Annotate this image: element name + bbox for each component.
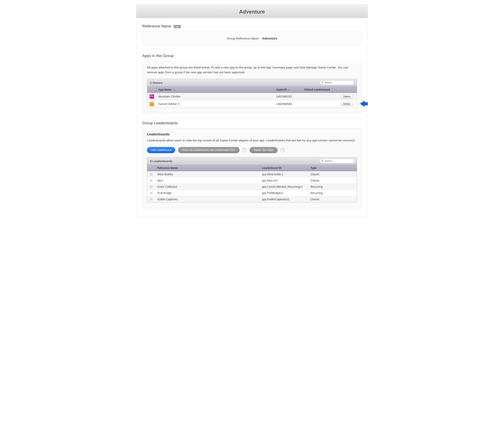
sort-next-icon: ▶ bbox=[289, 89, 290, 91]
page-title: Adventure bbox=[136, 9, 368, 15]
leaderboards-search[interactable] bbox=[320, 159, 354, 163]
apps-col-actions bbox=[337, 86, 357, 93]
search-icon bbox=[321, 160, 324, 162]
apps-tbody: Mountain Climber 1462966152 Delete Sunse… bbox=[147, 93, 357, 108]
reference-name-header: Reference Name edit bbox=[142, 24, 362, 28]
app-name[interactable]: Mountain Climber bbox=[156, 93, 274, 100]
app-icon bbox=[150, 94, 154, 99]
window: Adventure Reference Name edit Group Refe… bbox=[136, 4, 368, 217]
lb-id: grp.Nice123 bbox=[260, 177, 308, 184]
apps-table-titlebar: 2 Games bbox=[147, 79, 357, 86]
drag-handle-icon[interactable] bbox=[150, 179, 153, 182]
table-row: Mountain Climber 1462966152 Delete bbox=[147, 93, 357, 100]
lb-id: grp.CoinsCollected_Recurring11 bbox=[260, 184, 308, 190]
apps-col-appleid[interactable]: Apple ID ▶ bbox=[274, 86, 302, 93]
search-icon bbox=[321, 81, 324, 84]
drag-handle-icon[interactable] bbox=[150, 198, 153, 200]
table-row: Troll Bridge grp.TrollBridge11 Recurring bbox=[147, 190, 357, 196]
lb-ref[interactable]: Goblin Captures bbox=[155, 196, 260, 202]
help-icon[interactable]: ? bbox=[280, 148, 285, 152]
drag-handle-icon[interactable] bbox=[150, 192, 153, 194]
leaderboards-subheading: Leaderboards bbox=[147, 132, 357, 137]
leaderboards-table: 5 Leaderboards Reference Name Leaderboar… bbox=[147, 157, 357, 203]
reference-name-label: Reference Name bbox=[142, 24, 171, 28]
apps-table-columns: App Name ▲ Apple ID ▶ Default Leaderboar… bbox=[147, 86, 357, 93]
apps-col-appleid-label: Apple ID bbox=[276, 88, 287, 91]
apps-table: 2 Games App Name ▲ Apple ID ▶ bbox=[147, 79, 357, 108]
lb-ref[interactable]: Troll Bridge bbox=[155, 190, 260, 196]
apps-help-text: All apps attached to this group are list… bbox=[147, 65, 357, 75]
lb-type: Classic bbox=[308, 171, 333, 177]
leaderboards-table-titlebar: 5 Leaderboards bbox=[147, 157, 357, 165]
table-row: Sunset Seeker 2 1462966568 Delete bbox=[147, 100, 357, 108]
table-row: Coins Collected grp.CoinsCollected_Recur… bbox=[147, 184, 357, 190]
lb-col-drag bbox=[147, 165, 155, 171]
apps-col-icon bbox=[147, 86, 156, 93]
add-leaderboard-button[interactable]: Add Leaderboard bbox=[147, 147, 175, 153]
app-appleid: 1462966568 bbox=[274, 100, 302, 108]
lb-col-ref[interactable]: Reference Name bbox=[155, 165, 260, 171]
app-appleid: 1462966152 bbox=[274, 93, 302, 100]
lb-col-id-label: Leaderboard ID bbox=[262, 166, 281, 170]
lb-col-end bbox=[333, 165, 357, 171]
lb-col-ref-label: Reference Name bbox=[157, 166, 178, 170]
apps-panel: All apps attached to this group are list… bbox=[142, 61, 362, 114]
lb-id: grp.GoblinCaptures21 bbox=[260, 196, 308, 202]
apps-search-input[interactable] bbox=[325, 81, 352, 84]
apps-col-name[interactable]: App Name ▲ bbox=[156, 86, 274, 93]
apps-count-label: 2 Games bbox=[150, 81, 163, 85]
lb-id: grp.TrollBridge11 bbox=[260, 190, 308, 196]
leaderboards-count-label: 5 Leaderboards bbox=[150, 159, 173, 163]
leaderboards-heading: Group Leaderboards bbox=[142, 121, 362, 125]
lb-col-type-label: Type bbox=[310, 166, 316, 170]
lb-type: Classic bbox=[308, 177, 333, 184]
app-default-lb bbox=[302, 93, 337, 100]
app-default-lb bbox=[302, 100, 337, 108]
drag-handle-icon[interactable] bbox=[150, 173, 153, 175]
group-reference-label: Group Reference Name bbox=[227, 37, 259, 40]
apps-col-name-label: App Name bbox=[159, 88, 171, 91]
svg-marker-0 bbox=[360, 101, 368, 107]
lb-ref[interactable]: Nice bbox=[155, 177, 260, 184]
apps-col-default-lb-label: Default Leaderboard bbox=[305, 88, 330, 91]
app-icon bbox=[150, 102, 154, 106]
window-header: Adventure bbox=[136, 4, 368, 18]
lb-ref[interactable]: Coins Collected bbox=[155, 184, 260, 190]
lb-type: Recurring bbox=[308, 190, 333, 196]
leaderboards-tbody: Wind Bottles grp.Wind.bottle.1 Classic N… bbox=[147, 171, 357, 202]
leaderboards-actions: Add Leaderboard Move All Leaderboards in… bbox=[147, 147, 357, 153]
annotation-arrow-icon bbox=[360, 100, 368, 108]
lb-ref[interactable]: Wind Bottles bbox=[155, 171, 260, 177]
delete-test-data-button[interactable]: Delete Test Data: bbox=[250, 147, 278, 153]
move-leaderboards-button[interactable]: Move All Leaderboards into Leaderboard S… bbox=[178, 147, 239, 153]
table-row: Wind Bottles grp.Wind.bottle.1 Classic bbox=[147, 171, 357, 177]
sort-asc-icon: ▲ bbox=[173, 89, 175, 91]
edit-button[interactable]: edit bbox=[174, 25, 181, 28]
apps-col-default-lb[interactable]: Default Leaderboard bbox=[302, 86, 337, 93]
delete-button[interactable]: Delete bbox=[341, 94, 353, 99]
lb-type: Classic bbox=[308, 196, 333, 202]
drag-handle-icon[interactable] bbox=[150, 186, 153, 188]
lb-id: grp.Wind.bottle.1 bbox=[260, 171, 308, 177]
content-area: Reference Name edit Group Reference Name… bbox=[136, 18, 368, 216]
leaderboards-search-input[interactable] bbox=[325, 160, 352, 162]
leaderboards-panel: Leaderboards Leaderboards allow users to… bbox=[142, 128, 362, 208]
lb-type: Recurring bbox=[308, 184, 333, 190]
lb-col-type[interactable]: Type bbox=[308, 165, 333, 171]
leaderboards-table-columns: Reference Name Leaderboard ID Type bbox=[147, 165, 357, 171]
reference-name-box: Group Reference Name Adventure bbox=[142, 31, 362, 46]
delete-button[interactable]: Delete bbox=[341, 102, 353, 106]
leaderboards-help-text: Leaderboards allow users to view the top… bbox=[147, 138, 357, 143]
apps-heading: Apps in this Group bbox=[142, 53, 362, 58]
app-name[interactable]: Sunset Seeker 2 bbox=[156, 100, 274, 108]
group-reference-value: Adventure bbox=[262, 37, 277, 40]
table-row: Nice grp.Nice123 Classic bbox=[147, 177, 357, 184]
lb-col-id[interactable]: Leaderboard ID bbox=[260, 165, 308, 171]
table-row: Goblin Captures grp.GoblinCaptures21 Cla… bbox=[147, 196, 357, 202]
help-icon[interactable]: ? bbox=[242, 148, 247, 152]
apps-search[interactable] bbox=[320, 81, 354, 85]
